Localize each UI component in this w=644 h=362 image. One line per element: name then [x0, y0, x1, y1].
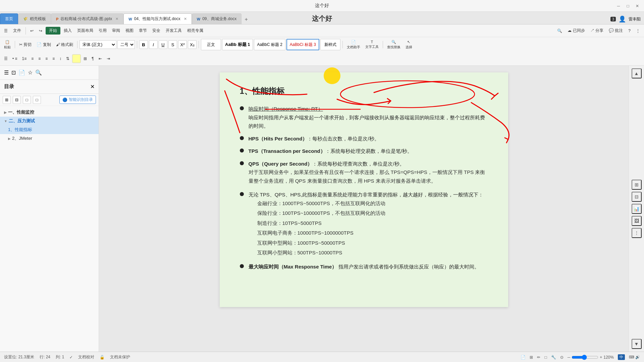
format-toolbar: 📋粘贴 ✂ 剪切 📄 复制 🖌 格式刷 宋体 (正文) 二号 B I U S X…: [0, 37, 644, 52]
toc-item-stress-test[interactable]: ▼ 二、压力测试: [0, 117, 99, 125]
align-left-btn[interactable]: ≡: [29, 56, 36, 62]
style-new[interactable]: 新样式: [320, 39, 340, 50]
menu-special[interactable]: 稻壳专属: [185, 27, 205, 34]
rp-chart-icon[interactable]: 📊: [632, 204, 642, 214]
style-title3[interactable]: AaBbCi 标题 3: [286, 39, 319, 50]
add-tab-button[interactable]: +: [241, 15, 251, 24]
expand-all-btn[interactable]: ⊞: [3, 96, 11, 104]
tab-home[interactable]: 首页: [0, 13, 18, 24]
toc-square2-btn[interactable]: □: [33, 96, 41, 104]
collapse-all-btn[interactable]: ⊟: [13, 96, 21, 104]
menu-insert[interactable]: 插入: [62, 27, 74, 34]
nav-icon-4[interactable]: ☆: [28, 69, 33, 76]
italic-btn[interactable]: I: [149, 40, 158, 49]
underline-btn[interactable]: U: [159, 40, 167, 49]
menu-reference[interactable]: 引用: [97, 27, 109, 34]
zoom-increase-btn[interactable]: +: [600, 355, 602, 360]
select-btn[interactable]: ↖选择: [404, 39, 414, 50]
align-justify-btn[interactable]: ≡: [50, 56, 57, 62]
toc-square1-btn[interactable]: □: [23, 96, 31, 104]
copy-btn[interactable]: 📄 复制: [35, 41, 53, 48]
perf-close-icon[interactable]: ✕: [184, 17, 187, 21]
view-icon-1[interactable]: 📄: [521, 355, 526, 360]
border-btn[interactable]: ⊞: [82, 56, 89, 62]
bullet-list-btn[interactable]: • ≡: [10, 56, 19, 62]
smart-identify-btn[interactable]: 🔵 智能识别目录: [59, 96, 96, 104]
rp-scroll-down[interactable]: ▼: [632, 339, 642, 349]
doc-assist-btn[interactable]: 📄文档助手: [345, 39, 362, 50]
menu-dev[interactable]: 开发工具: [164, 27, 184, 34]
format-copy-btn[interactable]: 🖌 格式刷: [54, 41, 75, 48]
view-icon-3[interactable]: ✏: [537, 355, 540, 360]
indent-inc-btn[interactable]: ⇥: [105, 56, 112, 62]
show-hide-btn[interactable]: ¶: [90, 56, 96, 62]
menu-hamburger[interactable]: ☰: [2, 28, 10, 34]
sync-btn[interactable]: ☁ 已同步: [566, 27, 587, 34]
view-icon-2[interactable]: ⊞: [530, 355, 533, 360]
nav-icon-5[interactable]: 🔍: [35, 69, 42, 76]
paste-btn[interactable]: 📋粘贴: [2, 39, 13, 50]
align-right-btn[interactable]: ≡: [43, 56, 50, 62]
style-title2[interactable]: AaBbC 标题 2: [254, 39, 285, 50]
menu-file[interactable]: 文件: [11, 27, 23, 34]
sort-btn[interactable]: ⇅: [64, 56, 71, 62]
paragraph-toolbar: ☰ • ≡ 1≡ ≡ ≡ ≡ ≡ ↕ ⇅ ⊞ ¶ ⇤ ⇥: [0, 52, 644, 65]
superscript-btn[interactable]: X²: [178, 40, 187, 49]
nav-icon-3[interactable]: 📄: [18, 69, 25, 76]
menu-security[interactable]: 安全: [150, 27, 162, 34]
share-btn[interactable]: ↗ 分享: [588, 27, 605, 34]
cut-btn[interactable]: ✂ 剪切: [17, 41, 34, 48]
shading-btn[interactable]: [72, 54, 81, 63]
strikethrough-btn[interactable]: S: [168, 40, 177, 49]
nav-icon-2[interactable]: ⊡: [11, 69, 16, 76]
user-avatar-icon: 👤: [619, 15, 626, 23]
nav-icon-1[interactable]: ☰: [4, 69, 9, 76]
menu-view[interactable]: 视图: [123, 27, 136, 34]
line-spacing-btn[interactable]: ↕: [57, 56, 63, 62]
tab-perf[interactable]: W 04、性能与压力测试.docx ✕: [123, 13, 192, 24]
toc-item-jmeter[interactable]: ▶ 2、JMeter: [0, 134, 99, 143]
comment-btn[interactable]: 💬 批注: [607, 27, 625, 34]
indent-dec-btn[interactable]: ⇤: [97, 56, 104, 62]
help-btn[interactable]: ?: [626, 28, 633, 34]
rp-image-icon[interactable]: 🖼: [632, 216, 642, 226]
align-center-btn[interactable]: ≡: [36, 56, 43, 62]
list-btn[interactable]: ☰: [2, 56, 10, 62]
menu-start[interactable]: 开始: [46, 27, 60, 35]
bold-btn[interactable]: B: [139, 40, 148, 49]
style-zhengwen[interactable]: 正文: [201, 39, 221, 50]
close-button[interactable]: ✕: [634, 3, 641, 9]
tab-biz[interactable]: W 09、商城业务.docx: [192, 13, 241, 24]
view-icon-4[interactable]: □: [544, 355, 547, 360]
toc-item-perf-metrics[interactable]: 1、性能指标: [0, 125, 99, 134]
tab-template[interactable]: 🌾 稻壳模板: [18, 13, 51, 24]
rp-table-icon[interactable]: ⊞: [632, 180, 642, 190]
rp-scroll-up[interactable]: ▲: [632, 68, 642, 78]
toc-item-perf-monitor[interactable]: ▶ 一、性能监控: [0, 108, 99, 117]
zoom-decrease-btn[interactable]: ─: [568, 355, 571, 360]
find-replace-btn[interactable]: 🔍查找替换: [385, 39, 402, 50]
rp-more-icon[interactable]: ⋮: [632, 228, 642, 238]
menu-layout[interactable]: 页面布局: [75, 27, 95, 34]
view-icon-6[interactable]: ⊙: [560, 355, 564, 360]
font-name-selector[interactable]: 宋体 (正文): [79, 40, 116, 49]
text-tool-btn[interactable]: T文字工具: [363, 39, 381, 50]
undo-btn[interactable]: ↩: [28, 28, 36, 34]
font-size-selector[interactable]: 二号: [117, 40, 135, 49]
subscript-btn[interactable]: X₂: [188, 40, 197, 49]
view-icon-5[interactable]: 🔧: [551, 355, 556, 360]
tab-pptx[interactable]: P 谷粒商城-分布式高级-图.pptx ✕: [51, 13, 123, 24]
rp-grid-icon[interactable]: ⊟: [632, 192, 642, 202]
more-menu-btn[interactable]: ⋮: [634, 28, 642, 34]
pptx-close-icon[interactable]: ✕: [115, 17, 118, 21]
redo-btn[interactable]: ↪: [37, 28, 44, 34]
menu-chapter[interactable]: 章节: [137, 27, 149, 34]
num-list-btn[interactable]: 1≡: [20, 56, 29, 62]
maximize-button[interactable]: □: [625, 3, 631, 9]
minimize-button[interactable]: ─: [615, 3, 622, 9]
zoom-slider[interactable]: [572, 355, 598, 360]
style-title1[interactable]: AaBb 标题 1: [222, 39, 253, 50]
search-btn[interactable]: 🔍: [555, 28, 564, 34]
close-sidebar-btn[interactable]: ✕: [90, 83, 95, 90]
menu-review[interactable]: 审阅: [110, 27, 122, 34]
